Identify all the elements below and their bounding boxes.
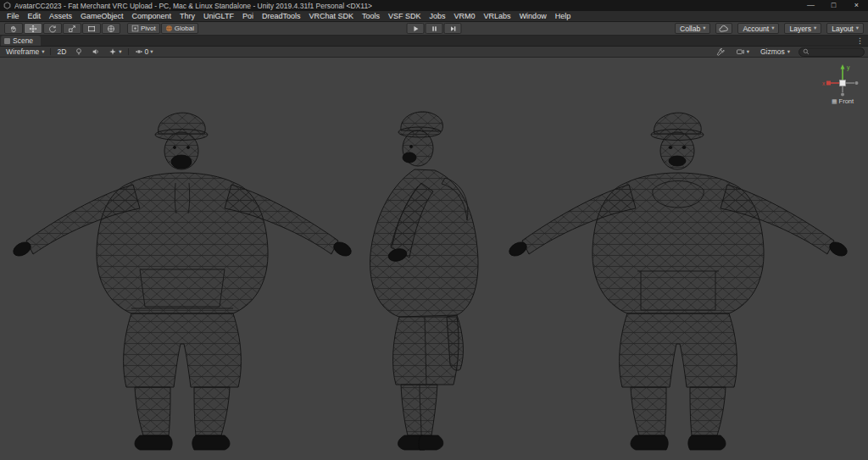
eye-icon <box>135 47 143 56</box>
global-toggle[interactable]: Global <box>161 23 198 34</box>
speaker-icon <box>92 47 100 56</box>
play-icon <box>411 25 420 33</box>
layout-dropdown[interactable]: Layout ▾ <box>826 23 864 34</box>
chevron-down-icon: ▾ <box>42 49 44 55</box>
menu-thry[interactable]: Thry <box>175 11 199 21</box>
hand-tool-button[interactable] <box>4 23 23 34</box>
pause-icon <box>430 25 438 33</box>
lightbulb-icon <box>75 47 83 56</box>
menu-help[interactable]: Help <box>551 11 576 21</box>
scene-search-input[interactable] <box>811 48 860 56</box>
global-icon <box>165 25 173 32</box>
chevron-down-icon: ▾ <box>150 49 153 55</box>
search-icon <box>803 48 810 55</box>
account-dropdown[interactable]: Account ▾ <box>737 23 779 34</box>
wireframe-model-back[interactable] <box>507 113 849 450</box>
menu-file[interactable]: File <box>3 11 24 21</box>
collab-label: Collab <box>680 25 700 33</box>
tab-context-menu-icon[interactable]: ⋮ <box>856 36 864 46</box>
close-button[interactable]: × <box>845 0 868 11</box>
menu-bar: File Edit Assets GameObject Component Th… <box>0 11 868 22</box>
gizmos-label: Gizmos <box>760 47 785 56</box>
pivot-icon <box>131 25 139 32</box>
scene-tab-label: Scene <box>13 36 33 45</box>
menu-poi[interactable]: Poi <box>238 11 258 21</box>
cloud-icon <box>719 25 729 33</box>
pause-button[interactable] <box>426 23 443 34</box>
scene-camera-dropdown[interactable]: ▾ <box>733 47 752 57</box>
toolbar-divider <box>128 48 129 55</box>
toolbar-divider <box>50 48 51 55</box>
wireframe-model-side[interactable] <box>370 112 478 450</box>
menu-window[interactable]: Window <box>515 11 551 21</box>
menu-vrchat-sdk[interactable]: VRChat SDK <box>305 11 359 21</box>
menu-vrlabs[interactable]: VRLabs <box>480 11 515 21</box>
menu-vrm0[interactable]: VRM0 <box>450 11 480 21</box>
rotate-tool-button[interactable] <box>43 23 62 34</box>
layout-label: Layout <box>832 25 854 33</box>
shading-mode-label: Wireframe <box>6 47 39 56</box>
camera-icon <box>736 47 745 56</box>
menu-vsf-sdk[interactable]: VSF SDK <box>384 11 426 21</box>
chevron-down-icon: ▾ <box>856 25 859 31</box>
play-button[interactable] <box>407 23 425 34</box>
menu-gameobject[interactable]: GameObject <box>76 11 128 21</box>
2d-label: 2D <box>57 47 66 56</box>
chevron-down-icon: ▾ <box>119 49 121 55</box>
2d-toggle[interactable]: 2D <box>54 47 69 57</box>
cloud-button[interactable] <box>715 23 732 34</box>
axis-y-label: y <box>847 64 850 71</box>
axis-z-face[interactable] <box>840 80 846 86</box>
menu-unigltf[interactable]: UniGLTF <box>199 11 238 21</box>
pivot-global-group: Pivot Global <box>127 23 198 34</box>
scene-visibility-toggle[interactable]: 0 ▾ <box>132 47 156 57</box>
menu-component[interactable]: Component <box>128 11 176 21</box>
scene-audio-toggle[interactable] <box>89 47 103 57</box>
transform-tools <box>4 23 120 34</box>
menu-dreadtools[interactable]: DreadTools <box>258 11 305 21</box>
chevron-down-icon: ▾ <box>787 49 790 55</box>
toolbar-right-group: Collab ▾ Account ▾ Layers ▾ Layout ▾ <box>675 23 864 34</box>
rect-tool-icon <box>87 25 96 33</box>
menu-tools[interactable]: Tools <box>358 11 384 21</box>
layers-dropdown[interactable]: Layers ▾ <box>784 23 821 34</box>
collab-dropdown[interactable]: Collab ▾ <box>675 23 710 34</box>
menu-assets[interactable]: Assets <box>45 11 76 21</box>
shading-mode-dropdown[interactable]: Wireframe ▾ <box>3 47 47 57</box>
hidden-count: 0 <box>145 47 149 56</box>
view-tab-bar: Scene ⋮ <box>0 36 868 47</box>
menu-edit[interactable]: Edit <box>24 11 46 21</box>
scale-tool-icon <box>68 25 76 33</box>
layers-label: Layers <box>789 25 811 33</box>
menu-jobs[interactable]: Jobs <box>426 11 450 21</box>
scene-viewport-canvas[interactable] <box>0 58 868 460</box>
pivot-toggle[interactable]: Pivot <box>127 23 160 34</box>
move-tool-button[interactable] <box>24 23 42 34</box>
wireframe-model-front[interactable] <box>11 113 353 450</box>
rect-tool-button[interactable] <box>82 23 101 34</box>
hand-tool-icon <box>9 25 18 33</box>
front-text: Front <box>839 97 854 105</box>
maximize-button[interactable]: □ <box>822 0 845 11</box>
scene-search-box <box>798 47 865 57</box>
tool-settings-button[interactable] <box>714 47 727 57</box>
transform-tool-icon <box>107 25 115 33</box>
step-button[interactable] <box>444 23 462 34</box>
orientation-gizmo[interactable]: y x ▦ Front <box>822 62 863 105</box>
minimize-button[interactable]: — <box>799 0 822 11</box>
main-toolbar: Pivot Global Collab ▾ <box>0 22 868 36</box>
rotate-tool-icon <box>48 25 57 33</box>
scene-lighting-toggle[interactable] <box>72 47 86 57</box>
scene-viewport[interactable]: y x ▦ Front <box>0 58 868 460</box>
transform-tool-button[interactable] <box>102 23 120 34</box>
chevron-down-icon: ▾ <box>747 49 749 55</box>
scene-effects-dropdown[interactable]: ▾ <box>106 47 124 57</box>
gizmos-dropdown[interactable]: Gizmos ▾ <box>758 47 793 57</box>
view-orientation-label[interactable]: ▦ Front <box>822 97 863 105</box>
scale-tool-button[interactable] <box>63 23 81 34</box>
global-label: Global <box>175 25 194 32</box>
step-icon <box>448 25 457 33</box>
pivot-label: Pivot <box>141 25 156 32</box>
tab-scene[interactable]: Scene <box>1 36 41 46</box>
wrench-icon <box>716 47 725 56</box>
